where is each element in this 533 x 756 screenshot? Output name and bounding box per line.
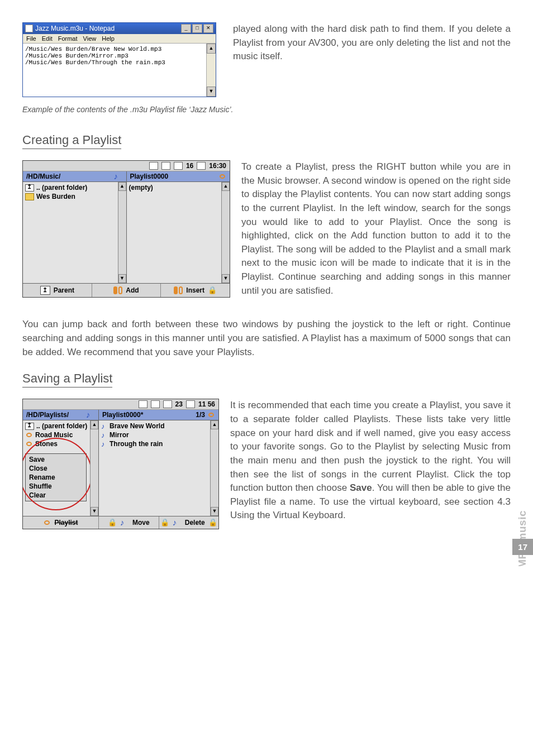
scroll-up-icon[interactable]: ▲ bbox=[222, 182, 230, 191]
ab-icon bbox=[113, 286, 122, 294]
scroll-up-icon[interactable]: ▲ bbox=[91, 420, 98, 429]
browser-right-pane: Playlist0000* 1/3 Brave New World Mirror… bbox=[99, 410, 218, 516]
scroll-down-icon[interactable]: ▼ bbox=[222, 274, 230, 283]
note-icon bbox=[101, 423, 107, 429]
device-footer: Playlist Move Delete bbox=[23, 516, 218, 529]
music-icon bbox=[114, 173, 123, 180]
battery-icon bbox=[186, 400, 195, 408]
device-footer: Parent Add Insert bbox=[23, 283, 230, 297]
pane-scrollbar[interactable]: ▲▼ bbox=[210, 420, 218, 516]
device-statusbar: 16 16:30 bbox=[23, 161, 230, 171]
section-saving-playlist: Saving a Playlist bbox=[22, 371, 112, 387]
left-pane-path: /HD/Music/ bbox=[26, 173, 60, 180]
notepad-title: Jazz Music.m3u - Notepad bbox=[35, 25, 115, 32]
status-icon bbox=[163, 400, 172, 408]
list-item[interactable]: Mirror bbox=[101, 430, 216, 439]
notepad-menubar: File Edit Format View Help bbox=[23, 34, 216, 44]
menu-file[interactable]: File bbox=[26, 35, 36, 42]
note-icon bbox=[101, 432, 107, 438]
device-screenshot-save: 23 11 56 /HD/Playlists/ .. (parent folde… bbox=[22, 399, 219, 529]
menu-save[interactable]: Save bbox=[28, 455, 84, 464]
intro-paragraph: played along with the hard disk path to … bbox=[233, 22, 511, 97]
footer-insert-button[interactable]: Insert bbox=[161, 284, 230, 297]
browser-right-pane: Playlist0000 (empty) ▲▼ bbox=[127, 171, 230, 283]
scroll-up-icon[interactable]: ▲ bbox=[211, 420, 218, 429]
up-folder-icon bbox=[25, 184, 34, 192]
playlist-icon bbox=[25, 441, 33, 447]
list-item[interactable]: .. (parent folder) bbox=[25, 422, 96, 430]
menu-help[interactable]: Help bbox=[102, 35, 115, 42]
context-menu: Save Close Rename Shuffle Clear bbox=[25, 453, 87, 501]
footer-add-button[interactable]: Add bbox=[92, 284, 161, 297]
parent-icon bbox=[40, 286, 50, 295]
playlist-icon bbox=[25, 432, 33, 438]
list-item[interactable]: Stones bbox=[25, 439, 96, 448]
window-maximize-button[interactable]: □ bbox=[192, 24, 202, 33]
status-icon bbox=[151, 400, 160, 408]
list-item[interactable]: Brave New World bbox=[101, 422, 216, 430]
playlist-icon bbox=[218, 173, 226, 180]
left-pane-path: /HD/Playlists/ bbox=[26, 411, 69, 419]
note-icon bbox=[120, 519, 129, 527]
scroll-down-icon[interactable]: ▼ bbox=[207, 87, 216, 97]
playlist-icon bbox=[43, 519, 51, 526]
footer-delete-button[interactable]: Delete bbox=[159, 516, 219, 529]
menu-view[interactable]: View bbox=[83, 35, 97, 42]
side-section-label: Playing MP3 music bbox=[516, 510, 529, 566]
lock-icon bbox=[208, 286, 217, 294]
status-count: 16 bbox=[186, 162, 193, 170]
menu-clear[interactable]: Clear bbox=[28, 491, 84, 500]
scroll-up-icon[interactable]: ▲ bbox=[207, 44, 216, 54]
list-item: (empty) bbox=[129, 183, 228, 192]
right-pane-title: Playlist0000* bbox=[102, 411, 143, 419]
menu-rename[interactable]: Rename bbox=[28, 473, 84, 482]
save-bold: Save bbox=[350, 482, 372, 493]
lock-icon bbox=[160, 519, 169, 527]
menu-edit[interactable]: Edit bbox=[42, 35, 53, 42]
notepad-window: Jazz Music.m3u - Notepad _ □ ✕ File Edit… bbox=[22, 22, 216, 97]
scroll-down-icon[interactable]: ▼ bbox=[118, 274, 126, 283]
window-close-button[interactable]: ✕ bbox=[203, 24, 213, 33]
page-number: 17 bbox=[512, 539, 533, 555]
status-time: 16:30 bbox=[209, 162, 226, 170]
note-icon bbox=[173, 519, 182, 527]
footer-parent-button[interactable]: Parent bbox=[23, 284, 92, 297]
list-item[interactable]: .. (parent folder) bbox=[25, 183, 124, 192]
note-icon bbox=[101, 441, 107, 447]
window-minimize-button[interactable]: _ bbox=[181, 24, 191, 33]
playlist-icon bbox=[207, 412, 215, 418]
scroll-down-icon[interactable]: ▼ bbox=[91, 507, 98, 516]
status-icon bbox=[139, 400, 147, 408]
list-item[interactable]: Road Music bbox=[25, 430, 96, 439]
list-item[interactable]: Through the rain bbox=[101, 439, 216, 448]
footer-move-button[interactable]: Move bbox=[99, 516, 159, 529]
notepad-scrollbar[interactable]: ▲ ▼ bbox=[206, 44, 216, 97]
menu-shuffle[interactable]: Shuffle bbox=[28, 482, 84, 491]
footer-playlist-button[interactable]: Playlist bbox=[23, 516, 99, 529]
status-icon bbox=[174, 162, 183, 170]
menu-close[interactable]: Close bbox=[28, 464, 84, 473]
pane-scrollbar[interactable]: ▲▼ bbox=[118, 182, 126, 283]
status-icon bbox=[161, 162, 170, 170]
create-paragraph-2: You can jump back and forth between thes… bbox=[22, 318, 511, 359]
status-count: 23 bbox=[175, 400, 183, 408]
scroll-up-icon[interactable]: ▲ bbox=[118, 182, 126, 191]
scroll-down-icon[interactable]: ▼ bbox=[211, 507, 218, 516]
notepad-app-icon bbox=[25, 25, 33, 32]
browser-left-pane: /HD/Playlists/ .. (parent folder) Road M… bbox=[23, 410, 99, 516]
list-item[interactable]: Wes Burden bbox=[25, 192, 124, 201]
device-screenshot-create: 16 16:30 /HD/Music/ .. (parent folder) W… bbox=[22, 160, 230, 298]
up-folder-icon bbox=[25, 423, 34, 430]
ab-icon bbox=[174, 286, 183, 294]
pane-scrollbar[interactable]: ▲▼ bbox=[221, 182, 230, 283]
right-pane-title: Playlist0000 bbox=[130, 173, 169, 180]
folder-icon bbox=[25, 193, 34, 200]
device-statusbar: 23 11 56 bbox=[23, 399, 218, 410]
pane-scrollbar[interactable]: ▲▼ bbox=[90, 420, 98, 516]
notepad-content: /Music/Wes Burden/Brave New World.mp3 /M… bbox=[23, 44, 206, 97]
browser-left-pane: /HD/Music/ .. (parent folder) Wes Burden… bbox=[23, 171, 127, 283]
menu-format[interactable]: Format bbox=[58, 35, 78, 42]
lock-icon bbox=[208, 519, 217, 527]
section-creating-playlist: Creating a Playlist bbox=[22, 133, 121, 149]
notepad-titlebar: Jazz Music.m3u - Notepad _ □ ✕ bbox=[23, 23, 216, 34]
